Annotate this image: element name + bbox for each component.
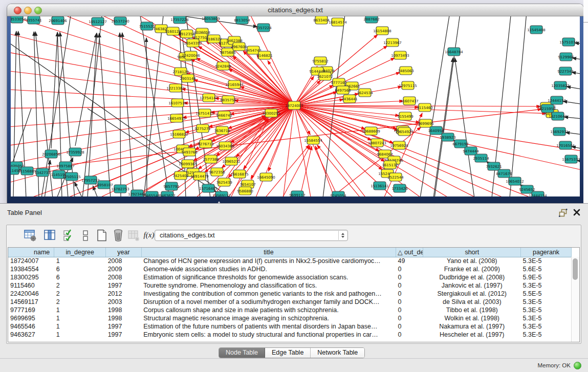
graph-node[interactable]: 16654935 (167, 114, 186, 122)
cell[interactable]: 0 (396, 290, 423, 298)
cell[interactable]: 1 (54, 322, 106, 331)
cell[interactable]: 0 (396, 306, 423, 314)
cell[interactable]: 0 (396, 273, 423, 281)
graph-node[interactable]: 2577388 (203, 155, 219, 163)
graph-node[interactable]: 2522544 (387, 173, 404, 181)
graph-node[interactable]: 2887682 (363, 16, 379, 23)
cell[interactable]: Tibbo et al. (1998) (423, 306, 521, 314)
cell[interactable]: 5.3E-5 (521, 257, 572, 265)
graph-node[interactable]: 1733426 (391, 184, 408, 192)
graph-node[interactable]: 22420046 (182, 51, 200, 59)
create-column-icon[interactable] (95, 228, 109, 243)
graph-edge[interactable] (93, 186, 98, 196)
cell[interactable]: Disruption of a novel member of a sodium… (141, 298, 396, 306)
graph-node[interactable]: 10512127 (89, 17, 107, 26)
network-table-select[interactable]: citations_edges.txt (155, 230, 348, 241)
cell[interactable]: 1 (54, 257, 106, 265)
graph-node[interactable]: 16648784 (445, 48, 463, 56)
cell[interactable]: 6 (54, 265, 106, 273)
table-row[interactable]: 1872400712008Changes of HCN gene express… (8, 257, 572, 265)
graph-node[interactable]: 18300295 (262, 109, 280, 117)
graph-node[interactable]: 9586880 (237, 187, 253, 195)
cell[interactable]: 0 (396, 298, 423, 306)
graph-node[interactable]: 18807243 (368, 139, 386, 147)
graph-node[interactable]: 5938923 (440, 133, 455, 141)
cell[interactable]: 1997 (106, 331, 142, 339)
cell[interactable]: 22420046 (8, 290, 54, 298)
tab-node-table[interactable]: Node Table (219, 348, 265, 358)
graph-edge[interactable] (455, 58, 474, 196)
graph-node[interactable]: 11545408 (527, 26, 546, 34)
graph-edge[interactable] (277, 146, 310, 196)
cell[interactable]: Structural magnetic resonance image aver… (141, 314, 396, 322)
graph-node[interactable]: 12754147 (200, 94, 218, 102)
cell[interactable]: Embryonic stem cells: a model to study s… (141, 331, 396, 339)
graph-node[interactable]: 17016504 (556, 141, 575, 149)
graph-node[interactable]: 2967608 (231, 42, 247, 51)
cell[interactable]: 2003 (106, 298, 142, 306)
cell[interactable]: 9699695 (8, 314, 54, 322)
graph-node[interactable]: 17359928 (66, 148, 84, 156)
network-canvas[interactable]: 1872400718533054935574120691406105121271… (11, 16, 580, 196)
cell[interactable]: 0 (396, 322, 423, 331)
graph-node[interactable]: 16053809 (202, 16, 220, 23)
graph-node[interactable]: 18724007 (285, 101, 303, 110)
graph-node[interactable]: 2935114 (473, 154, 489, 162)
cell[interactable]: Hescheler et al. (1997) (423, 331, 521, 339)
graph-node[interactable]: 20206856 (42, 150, 60, 158)
memory-status-icon[interactable] (574, 362, 581, 369)
graph-node[interactable]: 15751074 (559, 38, 578, 46)
cell[interactable]: 1998 (106, 306, 142, 314)
graph-node[interactable]: 12213967 (383, 38, 402, 47)
cell[interactable]: 2 (54, 298, 106, 306)
column-header-year[interactable]: year (106, 248, 142, 257)
graph-node[interactable]: 10965212 (222, 157, 241, 165)
graph-node[interactable]: 16914479 (190, 172, 209, 180)
cell[interactable]: 2008 (106, 273, 142, 281)
column-header-pagerank[interactable]: pagerank (521, 248, 572, 257)
graph-node[interactable]: 9463627 (159, 191, 175, 196)
graph-node[interactable]: 9245054 (330, 191, 346, 196)
graph-node[interactable]: 8813054 (234, 16, 250, 24)
graph-node[interactable]: 15136141 (371, 182, 389, 190)
graph-node[interactable]: 9227343 (557, 67, 573, 75)
graph-node[interactable]: 16034366 (216, 142, 234, 150)
cell[interactable]: Stergiakouli et al. (2012) (423, 290, 521, 298)
cell[interactable]: 2 (54, 281, 106, 290)
table-row[interactable]: 1456911722003Disruption of a novel membe… (8, 298, 572, 306)
cell[interactable]: 9777169 (8, 306, 54, 314)
graph-node[interactable]: 9276713 (198, 140, 213, 148)
graph-node[interactable]: 16099365 (179, 160, 197, 168)
graph-node[interactable]: 9672358 (209, 168, 225, 176)
cell[interactable]: 6 (54, 273, 106, 281)
graph-edge[interactable] (256, 145, 309, 196)
cell[interactable]: Investigating the contribution of common… (141, 290, 396, 298)
graph-node[interactable]: 12505115 (62, 172, 81, 181)
column-header-short[interactable]: short (423, 248, 521, 257)
graph-node[interactable]: 9465546 (144, 191, 160, 196)
graph-node[interactable]: 14569117 (212, 191, 231, 196)
graph-edge[interactable] (294, 46, 387, 105)
graph-edge[interactable] (120, 33, 121, 196)
cell[interactable]: 0 (396, 265, 423, 273)
graph-node[interactable]: 9129966 (558, 53, 574, 61)
select-rows-icon[interactable] (62, 228, 76, 243)
graph-node[interactable]: 11156889 (18, 167, 36, 175)
cell[interactable]: 0 (396, 314, 423, 322)
table-row[interactable]: 969969511998Structural magnetic resonanc… (8, 314, 572, 322)
graph-node[interactable]: 16958107 (95, 181, 113, 189)
graph-node[interactable]: 12213383 (166, 84, 185, 92)
tab-edge-table[interactable]: Edge Table (265, 348, 311, 358)
graph-node[interactable]: 11607437 (400, 97, 419, 105)
cell[interactable]: Jankovic et al. (1997) (423, 281, 521, 290)
graph-node[interactable]: 16210643 (549, 112, 567, 120)
graph-node[interactable]: 15166822 (170, 130, 188, 138)
table-row[interactable]: 946362711997Embryonic stem cells: a mode… (8, 331, 572, 339)
column-header-title[interactable]: title (141, 248, 396, 257)
cell[interactable]: 9465546 (8, 322, 54, 331)
graph-node[interactable]: 1342737 (34, 168, 50, 177)
graph-node[interactable]: 9755812 (312, 57, 328, 65)
graph-node[interactable]: 7515520 (139, 22, 155, 30)
cell[interactable]: Dudbridge et al. (2008) (423, 273, 521, 281)
cell[interactable]: 2012 (106, 290, 142, 298)
